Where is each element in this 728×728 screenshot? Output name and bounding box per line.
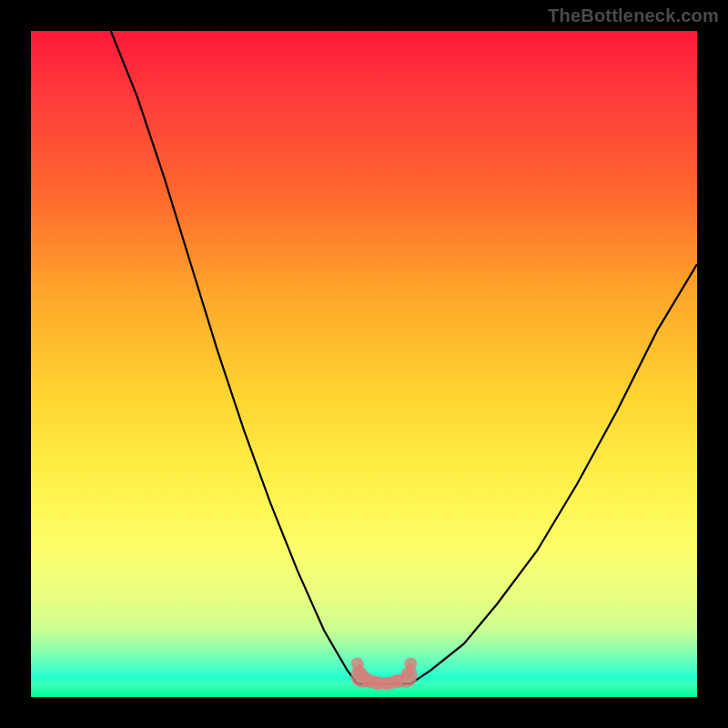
curve-overlay [31,31,697,697]
chart-frame: TheBottleneck.com [0,0,728,728]
marker-dot [404,657,417,670]
attribution-text: TheBottleneck.com [548,5,719,26]
curve-left [111,31,358,683]
plot-area [31,31,697,697]
curve-right [410,264,697,683]
